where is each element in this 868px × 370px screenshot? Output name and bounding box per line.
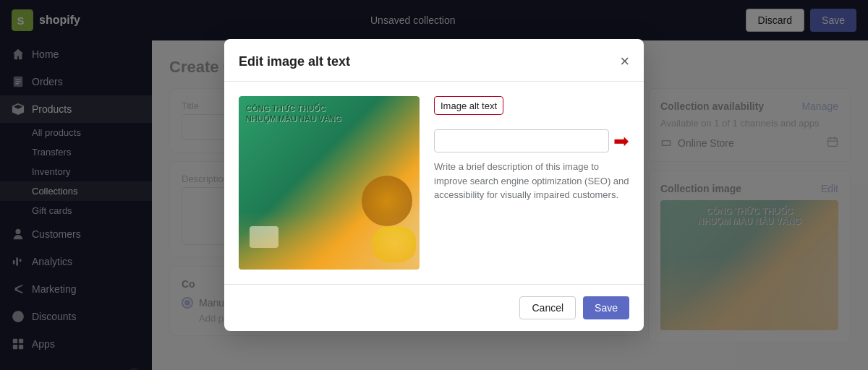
modal-title: Edit image alt text bbox=[239, 54, 350, 69]
alt-input-row: ➡ bbox=[434, 129, 629, 152]
modal-overlay: Edit image alt text × CÔNG THỨC THUỐCNHU… bbox=[0, 0, 868, 370]
alt-text-label: Image alt text bbox=[441, 100, 497, 111]
modal-header: Edit image alt text × bbox=[224, 39, 644, 82]
modal-image: CÔNG THỨC THUỐCNHUỘM MÀU NÂU VÀNG bbox=[239, 96, 420, 270]
modal-img-text: CÔNG THỨC THUỐCNHUỘM MÀU NÂU VÀNG bbox=[246, 103, 341, 124]
alt-text-input[interactable] bbox=[434, 129, 609, 152]
modal-form: Image alt text ➡ Write a brief descripti… bbox=[434, 96, 629, 270]
save-modal-button[interactable]: Save bbox=[583, 296, 629, 319]
modal: Edit image alt text × CÔNG THỨC THUỐCNHU… bbox=[224, 39, 644, 331]
modal-footer: Cancel Save bbox=[224, 284, 644, 331]
alt-description-text: Write a brief description of this image … bbox=[434, 160, 629, 202]
modal-close-button[interactable]: × bbox=[620, 53, 629, 69]
arrow-indicator: ➡ bbox=[613, 130, 629, 152]
modal-body: CÔNG THỨC THUỐCNHUỘM MÀU NÂU VÀNG Image … bbox=[224, 82, 644, 284]
cancel-button[interactable]: Cancel bbox=[519, 296, 576, 319]
alt-label-box: Image alt text bbox=[434, 96, 503, 115]
